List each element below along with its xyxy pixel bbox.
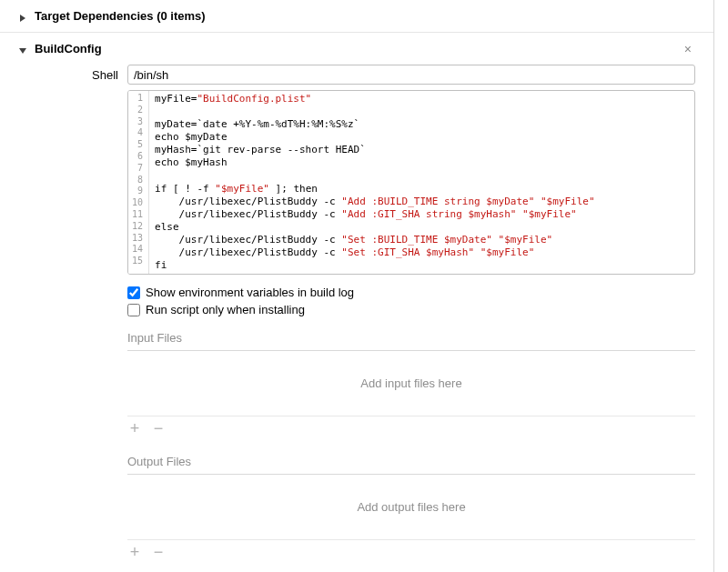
- shell-label: Shell: [76, 68, 127, 82]
- phase-target-dependencies: Target Dependencies (0 items): [0, 0, 713, 33]
- plus-icon[interactable]: +: [127, 544, 142, 560]
- output-files-buttons: + −: [127, 540, 695, 566]
- phase-header-buildconfig[interactable]: BuildConfig ×: [18, 33, 695, 65]
- line-gutter: 1 2 3 4 5 6 7 8 9 10 11 12 13 14 15: [128, 91, 149, 274]
- close-icon[interactable]: ×: [681, 42, 695, 56]
- output-files-heading: Output Files: [127, 442, 695, 474]
- phase-header-dependencies[interactable]: Target Dependencies (0 items): [18, 0, 695, 32]
- output-files-dropzone[interactable]: Add output files here: [127, 474, 695, 540]
- disclosure-down-icon: [18, 45, 27, 54]
- shell-input[interactable]: [127, 65, 695, 85]
- show-env-row[interactable]: Show environment variables in build log: [127, 284, 695, 301]
- input-files-heading: Input Files: [127, 318, 695, 350]
- show-env-label: Show environment variables in build log: [146, 286, 354, 299]
- script-editor[interactable]: 1 2 3 4 5 6 7 8 9 10 11 12 13 14 15 myFi…: [127, 90, 695, 275]
- input-files-buttons: + −: [127, 416, 695, 442]
- disclosure-right-icon: [18, 12, 27, 21]
- install-only-label: Run script only when installing: [146, 303, 305, 316]
- phase-buildconfig: BuildConfig × Shell 1 2 3 4 5 6 7 8 9 10…: [0, 33, 713, 572]
- minus-icon[interactable]: −: [151, 420, 166, 437]
- minus-icon[interactable]: −: [151, 544, 166, 560]
- plus-icon[interactable]: +: [127, 420, 142, 437]
- phase-title: Target Dependencies (0 items): [35, 9, 206, 23]
- show-env-checkbox[interactable]: [127, 286, 140, 299]
- install-only-row[interactable]: Run script only when installing: [127, 301, 695, 318]
- install-only-checkbox[interactable]: [127, 304, 140, 316]
- input-files-dropzone[interactable]: Add input files here: [127, 350, 695, 416]
- phase-title: BuildConfig: [35, 42, 102, 55]
- script-code[interactable]: myFile="BuildConfig.plist" myDate=`date …: [149, 91, 694, 274]
- shell-row: Shell: [127, 65, 695, 85]
